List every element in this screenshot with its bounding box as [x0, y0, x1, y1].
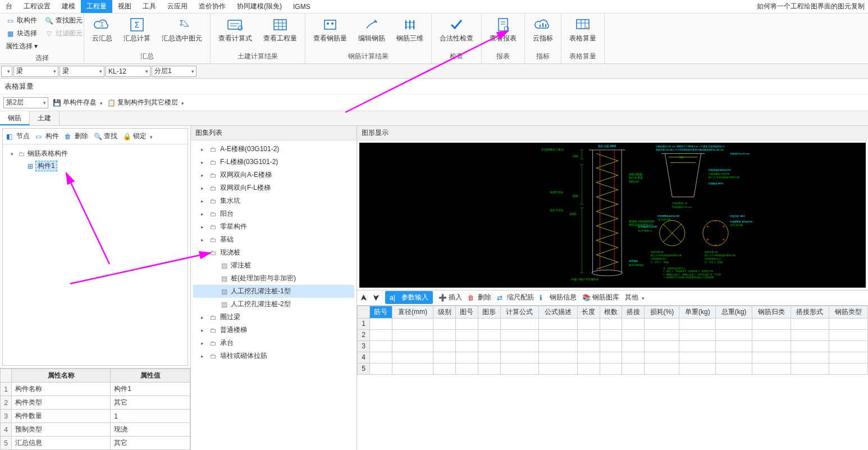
atlas-node[interactable]: ▸🗀A-E楼梯(03G101-2) — [193, 143, 354, 156]
svg-text:扶壁筋截筋口搭接 30: 扶壁筋截筋口搭接 30 — [708, 172, 730, 175]
prop-row[interactable]: 3构件数量1 — [1, 410, 190, 423]
block-select-button[interactable]: ▦块选择 — [3, 28, 40, 39]
menu-item[interactable]: IGMS — [287, 1, 316, 12]
rebar-3d-button[interactable]: 钢筋三维 — [392, 15, 428, 46]
param-input-button[interactable]: a| 参数输入 — [385, 291, 433, 304]
menu-item[interactable]: 视图 — [112, 0, 137, 13]
prop-row[interactable]: 5汇总信息其它 — [1, 437, 190, 450]
atlas-node[interactable]: ▸🗀双网双向A-E楼梯 — [193, 169, 354, 181]
save-single-button[interactable]: 💾单构件存盘 — [53, 98, 103, 107]
filter-dropdown-3[interactable]: 梁 — [60, 66, 104, 77]
svg-text:加强半径长: 加强半径长 — [550, 190, 564, 194]
folder-icon: 🗀 — [210, 339, 217, 347]
atlas-node[interactable]: ▸🗀圈过梁 — [193, 311, 354, 324]
atlas-node[interactable]: ▸🗀F-L楼梯(03G101-2) — [193, 156, 354, 169]
filter-dropdown-1[interactable] — [1, 66, 12, 77]
insert-button[interactable]: ➕插入 — [438, 293, 462, 302]
cloud-sum-button[interactable]: Σ云汇总 — [88, 15, 117, 46]
atlas-node[interactable]: ▸🗀双网双向F-L楼梯 — [193, 181, 354, 194]
delete-row-button[interactable]: 🗑删除 — [468, 293, 491, 302]
menu-item[interactable]: 工程设置 — [18, 0, 56, 13]
pick-component-button[interactable]: ▭取构件 — [3, 15, 40, 26]
view-rebar-qty-button[interactable]: 查看钢筋量 — [309, 15, 351, 46]
folder-icon: 🗀 — [210, 184, 217, 192]
sum-calc-button[interactable]: Σ汇总计算 — [119, 15, 155, 46]
group-label: 选择 — [3, 52, 80, 64]
group-label: 土建计算结果 — [214, 51, 301, 62]
cad-viewport[interactable]: 非选择模式入拿点 1000 加强半径长 5000 选长半径长 10000 选长主… — [359, 143, 866, 288]
view-report-button[interactable]: 查看报表 — [485, 15, 521, 46]
atlas-node[interactable]: ▾🗀现浇桩 — [193, 246, 354, 259]
svg-point-35 — [592, 270, 622, 276]
svg-text:搭接长度=40   (输入大于200按搭接长度值计算)读纵筋: 搭接长度=40 (输入大于200按搭接长度值计算)读纵筋保护层=35 mm — [656, 148, 724, 151]
edit-rebar-button[interactable]: 编辑钢筋 — [354, 15, 390, 46]
attr-select-button[interactable]: 属性选择 ▾ — [3, 40, 40, 52]
cad-drawing: 非选择模式入拿点 1000 加强半径长 5000 选长半径长 10000 选长主… — [359, 143, 866, 288]
sheet-calc-button[interactable]: 表格算量 — [565, 15, 601, 46]
svg-text:封闭搭接形式=2: 封闭搭接形式=2 — [651, 257, 667, 260]
tree-item-selected[interactable]: ⊞构件1 — [23, 160, 184, 172]
prop-row[interactable]: 2构件类型其它 — [1, 396, 190, 410]
tree-toolbar: ◧节点 ▭构件 🗑删除 🔍查找 🔒锁定 — [3, 129, 188, 144]
rebar-lib-button[interactable]: 📚钢筋图库 — [582, 293, 619, 302]
atlas-node[interactable]: ▤桩(处理加密与非加密) — [193, 272, 354, 285]
group-label: 指标 — [528, 51, 558, 62]
menu-item[interactable]: 云应用 — [162, 0, 193, 13]
filter-bar: 梁 梁 KL-12 分层1 — [0, 64, 868, 79]
tab-civil[interactable]: 土建 — [30, 111, 60, 125]
view-formula-button[interactable]: 查看计算式 — [214, 15, 257, 46]
node-button[interactable]: ◧节点 — [6, 131, 30, 141]
menu-item[interactable]: 工具 — [137, 0, 162, 13]
menu-item[interactable]: 台 — [0, 0, 18, 13]
sum-selected-button[interactable]: Σ汇总选中图元 — [157, 15, 207, 46]
lock-button[interactable]: 🔒锁定 — [123, 131, 153, 141]
nav-down-icon[interactable]: ⮟ — [373, 294, 380, 302]
atlas-node[interactable]: ▸🗀集水坑 — [193, 194, 354, 207]
atlas-node[interactable]: ▤人工挖孔灌注桩-1型 — [193, 285, 354, 298]
menu-item[interactable]: 协同建模(限免) — [231, 0, 287, 13]
delete-button[interactable]: 🗑删除 — [65, 131, 88, 141]
scale-rebar-button[interactable]: ⇄缩尺配筋 — [497, 293, 534, 302]
svg-text:加强箍筋: 加强箍筋 — [629, 260, 638, 262]
filter-dropdown-2[interactable]: 梁 — [13, 66, 58, 77]
atlas-node[interactable]: ▤灌注桩 — [193, 259, 354, 272]
tree-root[interactable]: ▾🗀钢筋表格构件 — [6, 148, 184, 160]
prop-row[interactable]: 4预制类型现浇 — [1, 423, 190, 437]
view-quantity-button[interactable]: 查看工程量 — [259, 15, 301, 46]
filter-dropdown-4[interactable]: KL-12 — [106, 66, 150, 77]
nav-up-icon[interactable]: ⮝ — [360, 294, 367, 302]
rebar-info-button[interactable]: ℹ钢筋信息 — [540, 293, 577, 302]
atlas-node[interactable]: ▸🗀墙柱或砌体拉筋 — [193, 349, 354, 362]
svg-text:拉纵筋重径=25 mm  构筑定尺寸 8000 mm 一个搭: 拉纵筋重径=25 mm 构筑定尺寸 8000 mm 一个搭接 主筋搭接类型=1 — [656, 145, 725, 148]
atlas-node[interactable]: ▸🗀阳台 — [193, 207, 354, 220]
svg-text:输入大于100按搭接长度值计算: 输入大于100按搭接长度值计算 — [651, 254, 682, 257]
cloud-index-button[interactable]: 云指标 — [528, 15, 558, 46]
search-button[interactable]: 🔍查找 — [94, 131, 117, 141]
svg-text:1000: 1000 — [573, 155, 579, 158]
filter-dropdown-5[interactable]: 分层1 — [152, 66, 197, 77]
atlas-node[interactable]: ▤人工挖孔灌注桩-2型 — [193, 298, 354, 311]
menu-item[interactable]: 造价协作 — [193, 0, 231, 13]
floor-select[interactable]: 第2层 — [3, 97, 48, 108]
validity-check-button[interactable]: 合法性检查 — [435, 15, 478, 46]
tab-rebar[interactable]: 钢筋 — [0, 111, 30, 125]
other-button[interactable]: 其他 — [625, 293, 645, 302]
component-button[interactable]: ▭构件 — [35, 131, 59, 141]
find-element-button[interactable]: 🔍查找图元 — [42, 15, 85, 26]
filter-element-button[interactable]: ▽过滤图元 — [42, 28, 85, 39]
atlas-node[interactable]: ▸🗀零星构件 — [193, 220, 354, 233]
svg-text:Σ: Σ — [100, 21, 104, 28]
svg-text:扶壁纵筋 6B14: 扶壁纵筋 6B14 — [708, 182, 724, 185]
left-column: ◧节点 ▭构件 🗑删除 🔍查找 🔒锁定 ▾🗀钢筋表格构件 ⊞构件1 属性名称属性… — [0, 126, 191, 450]
menu-item-active[interactable]: 工程量 — [81, 0, 112, 13]
data-grid[interactable]: 筋号直径(mm)级别图号图形计算公式公式描述长度根数搭接损耗(%)单重(kg)总… — [357, 306, 868, 375]
atlas-node[interactable]: ▸🗀承台 — [193, 337, 354, 349]
atlas-node[interactable]: ▸🗀普通楼梯 — [193, 324, 354, 337]
atlas-node[interactable]: ▸🗀基础 — [193, 233, 354, 246]
svg-text:输出长度度: 输出长度度 — [629, 176, 643, 179]
prop-row[interactable]: 1构件名称构件1 — [1, 383, 190, 396]
copy-component-button[interactable]: 📋复制构件到其它楼层 — [107, 98, 184, 107]
menu-item[interactable]: 建模 — [56, 0, 81, 13]
svg-text:(1、拼孔  2、焊接): (1、拼孔 2、焊接) — [705, 261, 723, 263]
svg-text:(至主筋内侧): (至主筋内侧) — [730, 224, 743, 226]
